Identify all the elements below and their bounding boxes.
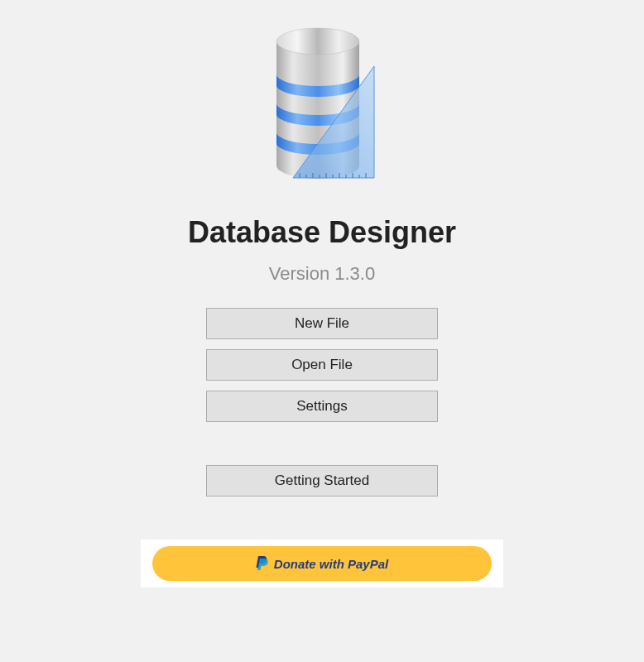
paypal-icon	[256, 555, 269, 572]
main-button-group: New File Open File Settings Getting Star…	[206, 308, 438, 496]
version-label: Version 1.3.0	[269, 263, 375, 285]
donate-button-label: Donate with PayPal	[274, 557, 388, 571]
new-file-button[interactable]: New File	[206, 308, 438, 339]
open-file-button[interactable]: Open File	[206, 349, 438, 381]
app-logo	[248, 17, 396, 190]
donate-paypal-button[interactable]: Donate with PayPal	[152, 546, 492, 581]
app-title: Database Designer	[188, 215, 456, 250]
getting-started-button[interactable]: Getting Started	[206, 465, 438, 496]
donate-area: Donate with PayPal	[141, 540, 503, 588]
settings-button[interactable]: Settings	[206, 391, 438, 422]
database-designer-icon	[252, 21, 392, 186]
svg-point-2	[276, 28, 359, 55]
